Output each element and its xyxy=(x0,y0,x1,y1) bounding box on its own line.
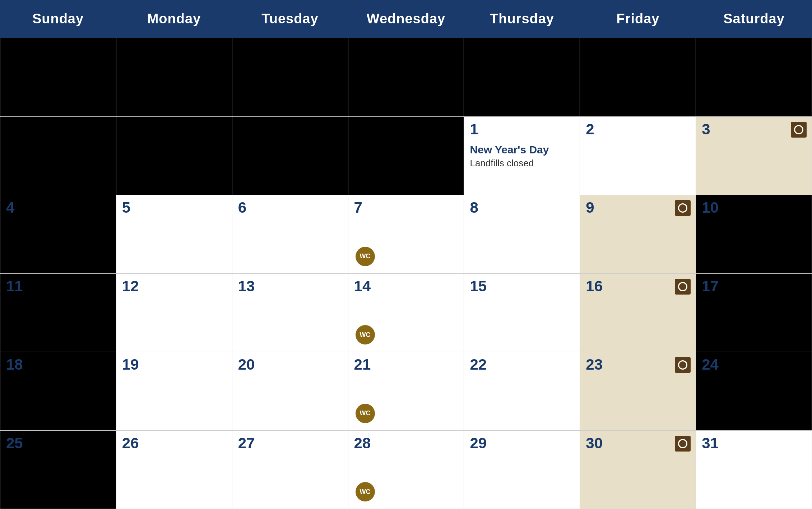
cell-r2-wed xyxy=(348,117,464,195)
day-number-30: 30 xyxy=(586,436,690,451)
day-number-5: 5 xyxy=(122,200,226,215)
day-number-28: 28 xyxy=(354,436,458,451)
cell-jan28: 28 WC xyxy=(348,431,464,509)
cell-jan13: 13 xyxy=(232,274,348,352)
cell-jan26: 26 xyxy=(116,431,232,509)
o-badge-3 xyxy=(791,122,807,138)
cell-jan6: 6 xyxy=(232,195,348,274)
cell-jan16: 16 xyxy=(580,274,696,352)
day-number-12: 12 xyxy=(122,279,226,294)
day-number-16: 16 xyxy=(586,279,690,294)
wc-badge-7: WC xyxy=(356,247,375,266)
cell-jan29: 29 xyxy=(464,431,580,509)
day-number-21: 21 xyxy=(354,357,458,372)
o-badge-30 xyxy=(675,436,691,452)
cell-r2-tue xyxy=(232,117,348,195)
cell-jan18: 18 xyxy=(0,352,116,431)
o-badge-23 xyxy=(675,357,691,373)
cell-jan10: 10 xyxy=(696,195,812,274)
day-number-19: 19 xyxy=(122,357,226,372)
day-number-29: 29 xyxy=(470,436,574,451)
cell-jan22: 22 xyxy=(464,352,580,431)
cell-jan15: 15 xyxy=(464,274,580,352)
cell-jan5: 5 xyxy=(116,195,232,274)
cell-r2-sun xyxy=(0,117,116,195)
cell-r1-fri xyxy=(580,38,696,117)
cell-jan4: 4 xyxy=(0,195,116,274)
header-sunday: Sunday xyxy=(0,0,116,38)
day-number-17: 17 xyxy=(702,279,806,294)
cell-jan19: 19 xyxy=(116,352,232,431)
cell-jan30: 30 xyxy=(580,431,696,509)
day-number-9: 9 xyxy=(586,200,690,215)
day-number-31: 31 xyxy=(702,436,806,451)
day-number-25: 25 xyxy=(6,436,110,451)
cell-r1-thu xyxy=(464,38,580,117)
day-number-10: 10 xyxy=(702,200,806,215)
header-friday: Friday xyxy=(580,0,696,38)
cell-jan25: 25 xyxy=(0,431,116,509)
wc-badge-14: WC xyxy=(356,325,375,344)
cell-jan7: 7 WC xyxy=(348,195,464,274)
day-number-8: 8 xyxy=(470,200,574,215)
landfills-closed-label: Landfills closed xyxy=(470,158,574,169)
day-number-15: 15 xyxy=(470,279,574,294)
cell-r1-wed xyxy=(348,38,464,117)
day-number-24: 24 xyxy=(702,357,806,372)
day-number-20: 20 xyxy=(238,357,342,372)
cell-jan17: 17 xyxy=(696,274,812,352)
day-number-1: 1 xyxy=(470,122,574,137)
cell-jan23: 23 xyxy=(580,352,696,431)
cell-jan21: 21 WC xyxy=(348,352,464,431)
cell-jan3: 3 xyxy=(696,117,812,195)
cell-r1-sat xyxy=(696,38,812,117)
day-number-18: 18 xyxy=(6,357,110,372)
day-number-13: 13 xyxy=(238,279,342,294)
header-thursday: Thursday xyxy=(464,0,580,38)
cell-jan9: 9 xyxy=(580,195,696,274)
day-number-6: 6 xyxy=(238,200,342,215)
cell-jan14: 14 WC xyxy=(348,274,464,352)
day-number-7: 7 xyxy=(354,200,458,215)
cell-jan2: 2 xyxy=(580,117,696,195)
day-number-14: 14 xyxy=(354,279,458,294)
cell-jan1: 1 New Year's Day Landfills closed xyxy=(464,117,580,195)
header-saturday: Saturday xyxy=(696,0,812,38)
cell-r1-mon xyxy=(116,38,232,117)
header-wednesday: Wednesday xyxy=(348,0,464,38)
o-badge-9 xyxy=(675,200,691,216)
day-number-4: 4 xyxy=(6,200,110,215)
day-number-22: 22 xyxy=(470,357,574,372)
cell-jan8: 8 xyxy=(464,195,580,274)
o-badge-16 xyxy=(675,279,691,295)
cell-r2-mon xyxy=(116,117,232,195)
header-monday: Monday xyxy=(116,0,232,38)
wc-badge-21: WC xyxy=(356,404,375,423)
cell-jan27: 27 xyxy=(232,431,348,509)
day-number-11: 11 xyxy=(6,279,110,294)
day-number-23: 23 xyxy=(586,357,690,372)
cell-r1-sun xyxy=(0,38,116,117)
day-number-27: 27 xyxy=(238,436,342,451)
calendar-grid: 1 New Year's Day Landfills closed 2 3 4 … xyxy=(0,38,812,509)
cell-jan11: 11 xyxy=(0,274,116,352)
day-number-2: 2 xyxy=(586,122,690,137)
day-number-26: 26 xyxy=(122,436,226,451)
cell-jan20: 20 xyxy=(232,352,348,431)
cell-jan24: 24 xyxy=(696,352,812,431)
new-years-day-label: New Year's Day xyxy=(470,143,574,156)
wc-badge-28: WC xyxy=(356,482,375,501)
header-tuesday: Tuesday xyxy=(232,0,348,38)
cell-jan31: 31 xyxy=(696,431,812,509)
day-number-3: 3 xyxy=(702,122,806,137)
calendar: Sunday Monday Tuesday Wednesday Thursday… xyxy=(0,0,812,509)
cell-jan12: 12 xyxy=(116,274,232,352)
calendar-header: Sunday Monday Tuesday Wednesday Thursday… xyxy=(0,0,812,38)
cell-r1-tue xyxy=(232,38,348,117)
